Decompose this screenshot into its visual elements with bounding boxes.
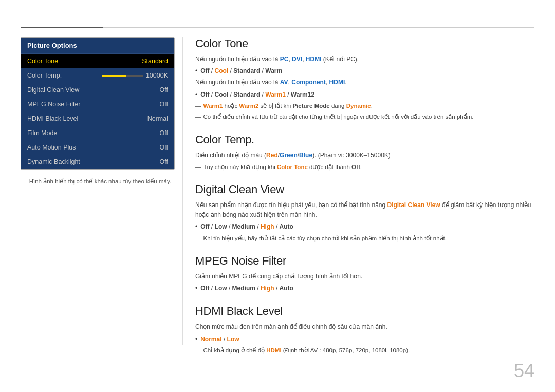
section-mpeg-noise-filter: MPEG Noise Filter Giảm nhiễu MPEG để cun… <box>195 254 534 293</box>
picture-options-box: Picture Options Color Tone Standard Colo… <box>21 37 175 170</box>
picture-options-title: Picture Options <box>21 38 174 54</box>
section-title-hdmi-black-level: HDMI Black Level <box>195 305 534 318</box>
color-temp-para1: Điều chỉnh nhiệt độ màu (Red/Green/Blue)… <box>195 151 534 160</box>
menu-value-film-mode: Off <box>160 129 168 137</box>
slider-bar <box>102 75 143 77</box>
color-tone-bullet1: Off / Cool / Standard / Warm <box>195 66 534 76</box>
hdmi-note1: Chỉ khả dụng ở chế độ HDMI (Định thời AV… <box>195 346 534 355</box>
menu-label-auto-motion-plus: Auto Motion Plus <box>27 144 76 151</box>
menu-item-film-mode[interactable]: Film Mode Off <box>21 126 174 140</box>
color-tone-options2: Off / Cool / Standard / Warm1 / Warm12 <box>200 90 314 100</box>
section-body-color-temp: Điều chỉnh nhiệt độ màu (Red/Green/Blue)… <box>195 151 534 172</box>
dcv-bullet1: Off / Low / Medium / High / Auto <box>195 222 534 232</box>
menu-label-color-temp: Color Temp. <box>27 72 62 79</box>
hdmi-para1: Chọn mức màu đen trên màn ảnh để điều ch… <box>195 322 534 332</box>
section-body-color-tone: Nếu nguồn tín hiệu đầu vào là PC, DVI, H… <box>195 54 534 122</box>
section-color-tone: Color Tone Nếu nguồn tín hiệu đầu vào là… <box>195 37 534 122</box>
hdmi-bullet1: Normal / Low <box>195 334 534 344</box>
menu-label-film-mode: Film Mode <box>27 129 57 137</box>
menu-item-color-tone[interactable]: Color Tone Standard <box>21 54 174 68</box>
section-title-color-temp: Color Temp. <box>195 133 534 146</box>
menu-item-mpeg-noise-filter[interactable]: MPEG Noise Filter Off <box>21 97 174 111</box>
color-temp-note1: Tùy chọn này khả dụng khi Color Tone đượ… <box>195 162 534 172</box>
menu-item-auto-motion-plus[interactable]: Auto Motion Plus Off <box>21 140 174 155</box>
menu-value-color-tone: Standard <box>142 58 168 65</box>
menu-label-hdmi-black-level: HDMI Black Level <box>27 115 78 122</box>
top-line <box>21 27 534 28</box>
menu-value-color-temp: 10000K <box>146 72 168 79</box>
section-body-mpeg-noise-filter: Giảm nhiễu MPEG để cung cấp chất lượng h… <box>195 272 534 293</box>
section-body-digital-clean-view: Nếu sản phẩm nhận được tín hiệu phát yếu… <box>195 200 534 243</box>
menu-item-hdmi-black-level[interactable]: HDMI Black Level Normal <box>21 111 174 126</box>
section-color-temp: Color Temp. Điều chỉnh nhiệt độ màu (Red… <box>195 133 534 172</box>
menu-item-color-temp[interactable]: Color Temp. 10000K <box>21 68 174 83</box>
menu-value-digital-clean-view: Off <box>160 86 168 94</box>
section-title-mpeg-noise-filter: MPEG Noise Filter <box>195 254 534 268</box>
menu-item-dynamic-backlight[interactable]: Dynamic Backlight Off <box>21 155 174 169</box>
left-panel: Picture Options Color Tone Standard Colo… <box>21 37 175 185</box>
dcv-para1: Nếu sản phẩm nhận được tín hiệu phát yếu… <box>195 200 534 220</box>
menu-label-color-tone: Color Tone <box>27 58 58 65</box>
mpeg-bullet1: Off / Low / Medium / High / Auto <box>195 284 534 293</box>
divider-line <box>182 37 183 345</box>
color-tone-para2: Nếu nguồn tín hiệu đầu vào là AV, Compon… <box>195 78 534 87</box>
section-digital-clean-view: Digital Clean View Nếu sản phẩm nhận đượ… <box>195 183 534 243</box>
menu-value-mpeg-noise-filter: Off <box>160 101 168 108</box>
page-number: 54 <box>514 360 534 382</box>
menu-label-mpeg-noise-filter: MPEG Noise Filter <box>27 101 81 108</box>
menu-value-auto-motion-plus: Off <box>160 144 168 151</box>
slider-fill <box>102 75 126 77</box>
slider-container: 10000K <box>102 72 168 79</box>
menu-label-dynamic-backlight: Dynamic Backlight <box>27 158 80 165</box>
color-tone-bullet2: Off / Cool / Standard / Warm1 / Warm12 <box>195 90 534 100</box>
color-tone-note2: Có thể điều chỉnh và lưu trữ cái đặt cho… <box>195 112 534 121</box>
dcv-note1: Khi tín hiệu yếu, hãy thử tắt cả các tùy… <box>195 234 534 243</box>
menu-value-dynamic-backlight: Off <box>160 158 168 165</box>
top-line-accent <box>21 27 103 28</box>
menu-label-digital-clean-view: Digital Clean View <box>27 86 79 94</box>
menu-item-digital-clean-view[interactable]: Digital Clean View Off <box>21 83 174 97</box>
menu-value-hdmi-black-level: Normal <box>147 115 168 122</box>
right-content: Color Tone Nếu nguồn tín hiệu đầu vào là… <box>195 37 534 371</box>
mpeg-para1: Giảm nhiễu MPEG để cung cấp chất lượng h… <box>195 272 534 282</box>
left-panel-note: Hình ảnh hiển thị có thể khác nhau tùy t… <box>21 178 175 185</box>
section-title-color-tone: Color Tone <box>195 37 534 50</box>
color-tone-note1: Warm1 hoặc Warm2 sẽ bị tắt khi Picture M… <box>195 101 534 110</box>
color-tone-options1: Off / Cool / Standard / Warm <box>200 66 282 76</box>
section-hdmi-black-level: HDMI Black Level Chọn mức màu đen trên m… <box>195 305 534 355</box>
section-title-digital-clean-view: Digital Clean View <box>195 183 534 196</box>
section-body-hdmi-black-level: Chọn mức màu đen trên màn ảnh để điều ch… <box>195 322 534 355</box>
color-tone-para1: Nếu nguồn tín hiệu đầu vào là PC, DVI, H… <box>195 54 534 64</box>
